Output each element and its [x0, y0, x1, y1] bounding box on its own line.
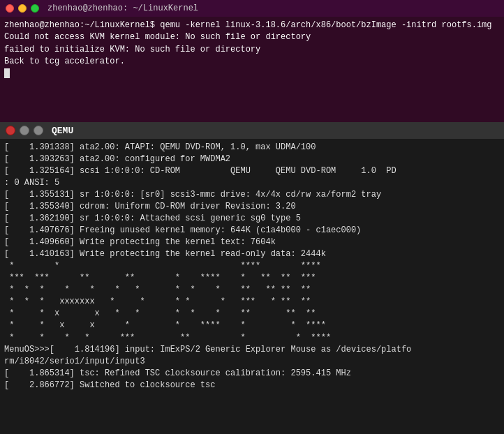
qemu-line-6: [ 1.355340] cdrom: Uniform CD-ROM driver… — [4, 201, 500, 213]
qemu-line-12: * * **** **** — [4, 260, 500, 272]
qemu-close-button[interactable] — [6, 126, 15, 135]
top-titlebar: zhenhao@zhenhao: ~/LinuxKernel — [0, 0, 504, 17]
close-button[interactable] — [6, 4, 14, 13]
minimize-button[interactable] — [18, 4, 27, 13]
qemu-titlebar-label: QEMU — [52, 126, 73, 136]
top-line-3: failed to initialize KVM: No such file o… — [4, 44, 500, 56]
cursor — [4, 68, 10, 78]
qemu-terminal-content: [ 1.301338] ata2.00: ATAPI: QEMU DVD-ROM… — [0, 139, 504, 434]
qemu-line-22: [ 1.865314] tsc: Refined TSC clocksource… — [4, 368, 500, 380]
maximize-button[interactable] — [31, 4, 39, 13]
qemu-line-14: * * * * * * * * * * ** ** ** ** — [4, 284, 500, 296]
qemu-line-18: * * * * *** ** * * **** — [4, 332, 500, 344]
qemu-line-9: [ 1.409660] Write protecting the kernel … — [4, 237, 500, 248]
top-line-2: Could not access KVM kernel module: No s… — [4, 31, 500, 43]
qemu-line-13: *** *** ** ** * **** * ** ** *** — [4, 272, 500, 284]
qemu-line-15: * * * xxxxxxx * * * * * *** * ** ** — [4, 296, 500, 308]
qemu-line-1: [ 1.301338] ata2.00: ATAPI: QEMU DVD-ROM… — [4, 142, 500, 154]
top-line-1: zhenhao@zhenhao:~/LinuxKernel$ qemu -ker… — [4, 20, 500, 31]
qemu-minimize-button[interactable] — [20, 126, 29, 135]
top-line-4: Back to tcg accelerator. — [4, 56, 500, 68]
qemu-line-8: [ 1.407676] Freeing unused kernel memory… — [4, 225, 500, 237]
top-titlebar-label: zhenhao@zhenhao: ~/LinuxKernel — [47, 3, 198, 13]
qemu-line-16: * * x x * * * * * ** ** ** — [4, 308, 500, 320]
qemu-line-5: [ 1.355131] sr 1:0:0:0: [sr0] scsi3-mmc … — [4, 189, 500, 201]
qemu-line-23: [ 2.866772] Switched to clocksource tsc — [4, 380, 500, 391]
qemu-line-10: [ 1.410163] Write protecting the kernel … — [4, 248, 500, 260]
top-terminal-content: zhenhao@zhenhao:~/LinuxKernel$ qemu -ker… — [0, 17, 504, 122]
qemu-line-20: MenuOS>>>[ 1.814196] input: ImExPS/2 Gen… — [4, 344, 500, 356]
top-cursor-line — [4, 68, 500, 80]
qemu-line-4: : 0 ANSI: 5 — [4, 177, 500, 189]
qemu-titlebar: QEMU — [0, 122, 504, 139]
top-terminal-window: zhenhao@zhenhao: ~/LinuxKernel zhenhao@z… — [0, 0, 504, 122]
qemu-line-21: rm/i8042/serio1/input/input3 — [4, 356, 500, 368]
qemu-line-2: [ 1.303263] ata2.00: configured for MWDM… — [4, 154, 500, 165]
qemu-line-3: [ 1.325164] scsi 1:0:0:0: CD-ROM QEMU QE… — [4, 165, 500, 177]
qemu-maximize-button[interactable] — [34, 126, 43, 135]
qemu-line-7: [ 1.362190] sr 1:0:0:0: Attached scsi ge… — [4, 213, 500, 225]
qemu-line-17: * * x x * * **** * * **** — [4, 320, 500, 331]
qemu-terminal-window: QEMU [ 1.301338] ata2.00: ATAPI: QEMU DV… — [0, 122, 504, 434]
